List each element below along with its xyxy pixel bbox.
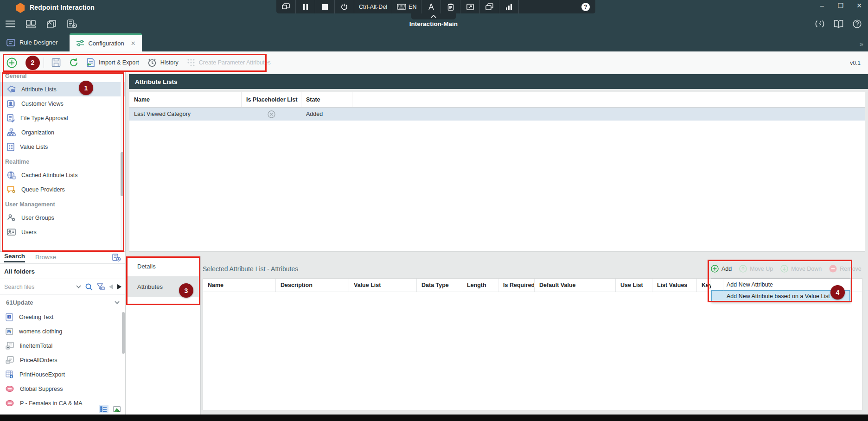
selected-attributes-title: Selected Attribute List - Attributes	[203, 265, 298, 273]
file-item-global-suppress[interactable]: Global Suppress	[0, 382, 125, 396]
column-header-spacer	[352, 92, 865, 107]
connection-signal-icon[interactable]	[499, 0, 519, 13]
create-parameter-attributes-button[interactable]: Create Parameter Attributes	[187, 58, 271, 67]
search-icon[interactable]	[85, 283, 93, 291]
file-item-priceallorders[interactable]: PriceAllOrders	[0, 353, 125, 367]
file-item-womens-clothing[interactable]: womens clothing	[0, 324, 125, 338]
queue-providers-icon	[7, 185, 16, 193]
menu-icon[interactable]	[6, 20, 15, 27]
attribute-lists-table-header: Name Is Placeholder List State	[129, 92, 865, 108]
help-circle-icon[interactable]	[853, 19, 862, 28]
file-list-scrollbar-thumb[interactable]	[122, 312, 125, 354]
tab-rule-designer[interactable]: Rule Designer	[0, 33, 70, 51]
menu-item-add-new-attribute-value-list[interactable]: Add New Attribute based on a Value List	[711, 290, 850, 302]
sidebar-item-label: Queue Providers	[21, 186, 65, 193]
vm-help-button[interactable]: ?	[576, 0, 595, 13]
vm-bar-collapse-chip[interactable]	[411, 13, 456, 19]
remove-button[interactable]: Remove	[829, 265, 862, 273]
monitor-icon[interactable]	[276, 0, 296, 13]
sync-icon[interactable]	[815, 19, 824, 28]
clipboard-icon[interactable]	[441, 0, 460, 13]
close-button[interactable]: ✕	[855, 2, 863, 9]
ctrl-alt-del-button[interactable]: Ctrl-Alt-Del	[354, 0, 392, 13]
book-icon[interactable]	[834, 20, 843, 28]
file-item-lineitemtotal[interactable]: lineItemTotal	[0, 338, 125, 353]
stop-icon[interactable]	[315, 0, 335, 13]
suppress-file-icon	[6, 386, 14, 392]
next-triangle-icon[interactable]	[117, 284, 121, 289]
save-button[interactable]	[51, 58, 61, 67]
refresh-button[interactable]	[69, 58, 78, 67]
move-up-button[interactable]: Move Up	[739, 265, 773, 273]
keys-icon[interactable]	[421, 0, 441, 13]
sidebar-item-organization[interactable]: Organization	[0, 125, 125, 140]
all-folders-label: All folders	[0, 264, 125, 279]
column-header-is-required: Is Required	[498, 279, 535, 292]
calculation-file-icon	[6, 356, 14, 364]
history-button[interactable]: History	[147, 58, 179, 67]
tab-details-label: Details	[137, 263, 156, 270]
windows-icon[interactable]	[480, 0, 499, 13]
tab-browse[interactable]: Browse	[35, 254, 56, 262]
column-header-list-values: List Values	[652, 279, 697, 292]
restore-button[interactable]: ❐	[836, 2, 845, 9]
vm-bar-spacer	[519, 0, 576, 13]
file-item-label: Greeting Text	[19, 314, 53, 320]
sidebar-item-cached-attribute-lists[interactable]: Cached Attribute Lists	[0, 168, 125, 182]
list-view-icon[interactable]	[99, 405, 108, 413]
folder-group-61update[interactable]: 61Update	[0, 295, 125, 310]
power-icon[interactable]	[335, 0, 354, 13]
import-export-button[interactable]: Import & Export	[87, 58, 139, 67]
tab-overflow-chevrons[interactable]: »	[860, 40, 862, 48]
menu-item-add-new-attribute[interactable]: Add New Attribute	[711, 279, 850, 290]
thumbnail-view-icon[interactable]	[112, 405, 121, 413]
sidebar-item-value-lists[interactable]: Value Lists	[0, 140, 125, 154]
fit-screen-icon[interactable]	[460, 0, 480, 13]
users-icon	[7, 229, 16, 236]
app-nav-icons	[6, 19, 77, 28]
add-button[interactable]	[6, 57, 17, 68]
chevron-down-icon[interactable]	[76, 285, 81, 288]
cached-attribute-lists-icon	[7, 171, 16, 179]
sidebar-item-label: User Groups	[21, 215, 54, 221]
table-row-last-viewed-category[interactable]: Last Viewed Category Added	[129, 108, 865, 121]
sidebar-scrollbar-thumb[interactable]	[121, 152, 124, 196]
pages-icon[interactable]	[47, 20, 56, 28]
document-clock-icon[interactable]	[67, 19, 77, 28]
tab-search[interactable]: Search	[4, 253, 25, 262]
sidebar-item-attribute-lists[interactable]: Attribute Lists	[0, 82, 125, 96]
sidebar-item-queue-providers[interactable]: Queue Providers	[0, 182, 125, 197]
menu-gutter-line	[723, 290, 723, 302]
tab-configuration[interactable]: Configuration ✕	[70, 33, 142, 51]
add-attribute-button[interactable]: Add	[711, 265, 732, 273]
column-header-description: Description	[276, 279, 349, 292]
column-header-use-list: Use List	[616, 279, 652, 292]
search-files-input[interactable]	[4, 284, 72, 290]
new-file-icon[interactable]	[112, 253, 121, 262]
close-icon[interactable]: ✕	[131, 40, 136, 47]
column-header-name: Name	[129, 92, 242, 107]
customer-views-icon	[7, 100, 16, 108]
sidebar-scrollbar[interactable]	[121, 72, 124, 251]
redpoint-logo-icon	[15, 2, 26, 13]
prev-triangle-icon[interactable]	[109, 284, 113, 289]
sidebar-item-user-groups[interactable]: User Groups	[0, 210, 125, 225]
file-item-printhouseexport[interactable]: PrintHouseExport	[0, 367, 125, 382]
filter-icon[interactable]	[97, 283, 105, 290]
sidebar-item-users[interactable]: Users	[0, 225, 125, 239]
sidebar-item-file-type-approval[interactable]: File Type Approval	[0, 111, 125, 125]
keyboard-layout-button[interactable]: EN	[392, 0, 421, 13]
file-browser-panel: Search Browse All folders 61Update T Gre…	[0, 252, 126, 415]
tab-details[interactable]: Details	[126, 256, 200, 277]
layout-icon[interactable]	[26, 20, 36, 28]
minimize-button[interactable]: –	[818, 2, 826, 9]
annotation-step-3: 3	[179, 283, 193, 298]
file-item-greeting-text[interactable]: T Greeting Text	[0, 310, 125, 324]
column-header-state: State	[301, 92, 352, 107]
toolbar-divider	[44, 57, 44, 68]
add-attribute-menu: Add New Attribute Add New Attribute base…	[711, 278, 850, 302]
title-bar: Redpoint Interaction Ctrl-Alt-Del EN	[0, 0, 868, 15]
move-down-button[interactable]: Move Down	[780, 265, 822, 273]
pause-icon[interactable]	[296, 0, 315, 13]
sidebar-item-customer-views[interactable]: Customer Views	[0, 96, 125, 111]
